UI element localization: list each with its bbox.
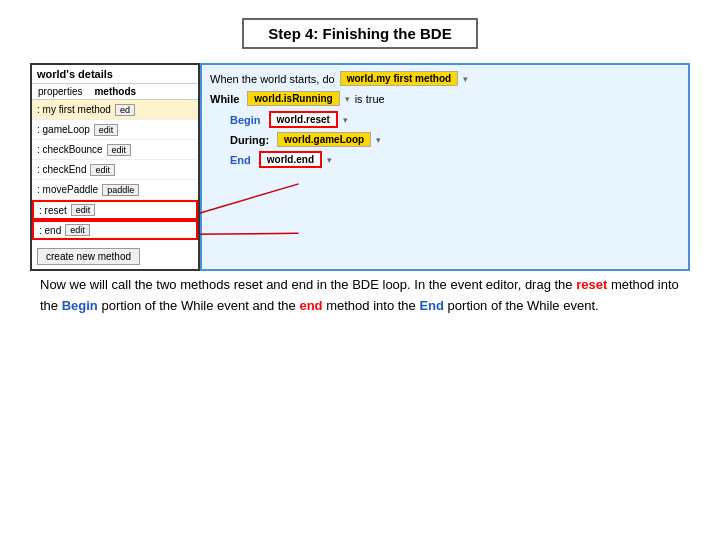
edit-btn-5[interactable]: edit <box>71 204 96 216</box>
edit-btn-0[interactable]: ed <box>115 104 135 116</box>
right-panel: When the world starts, do world.my first… <box>200 63 690 271</box>
when-row: When the world starts, do world.my first… <box>210 71 680 86</box>
desc-line1: Now we will call the two methods reset a… <box>40 277 576 292</box>
create-btn-row: create new method <box>32 242 198 269</box>
tab-properties[interactable]: properties <box>32 84 88 99</box>
create-new-method-button[interactable]: create new method <box>37 248 140 265</box>
while-row: While world.isRunning ▾ is true <box>210 91 680 106</box>
world-gameloop-pill: world.gameLoop <box>277 132 371 147</box>
desc-mid3: method into the <box>323 298 420 313</box>
edit-btn-4[interactable]: paddle <box>102 184 139 196</box>
while-label: While <box>210 93 239 105</box>
is-running-pill: world.isRunning <box>247 91 339 106</box>
panel-title: world's details <box>32 65 198 84</box>
left-panel: world's details properties methods : my … <box>30 63 200 271</box>
when-label: When the world starts, do <box>210 73 335 85</box>
page-container: Step 4: Finishing the BDE world's detail… <box>0 0 720 540</box>
dropdown-arrow-1[interactable]: ▾ <box>463 74 468 84</box>
desc-end2: portion of the While event and the <box>98 298 300 313</box>
edit-btn-6[interactable]: edit <box>65 224 90 236</box>
method-checkbounce: : checkBounce edit <box>32 140 198 160</box>
is-true-label: is true <box>355 93 385 105</box>
world-end-pill: world.end <box>259 151 322 168</box>
method-movepaddle: : movePaddle paddle <box>32 180 198 200</box>
begin-label: Begin <box>230 114 261 126</box>
method-end: : end edit <box>32 220 198 240</box>
during-label: During: <box>230 134 269 146</box>
dropdown-arrow-4[interactable]: ▾ <box>376 135 381 145</box>
desc-end3: portion of the While event. <box>444 298 599 313</box>
edit-btn-3[interactable]: edit <box>90 164 115 176</box>
end-label: End <box>230 154 251 166</box>
panel-tabs: properties methods <box>32 84 198 100</box>
method-gameloop: : gameLoop edit <box>32 120 198 140</box>
description-text: Now we will call the two methods reset a… <box>30 275 690 317</box>
dropdown-arrow-2[interactable]: ▾ <box>345 94 350 104</box>
step-title: Step 4: Finishing the BDE <box>242 18 477 49</box>
dropdown-arrow-5[interactable]: ▾ <box>327 155 332 165</box>
tab-methods[interactable]: methods <box>88 84 142 99</box>
reset-word: reset <box>576 277 607 292</box>
world-first-method-pill: world.my first method <box>340 71 458 86</box>
begin-row: Begin world.reset ▾ <box>230 111 680 128</box>
method-my-first-method: : my first method ed <box>32 100 198 120</box>
end-row: End world.end ▾ <box>230 151 680 168</box>
begin-word: Begin <box>62 298 98 313</box>
during-row: During: world.gameLoop ▾ <box>230 132 680 147</box>
dropdown-arrow-3[interactable]: ▾ <box>343 115 348 125</box>
method-reset: : reset edit <box>32 200 198 220</box>
diagram-wrapper: world's details properties methods : my … <box>30 63 690 271</box>
edit-btn-1[interactable]: edit <box>94 124 119 136</box>
world-reset-pill: world.reset <box>269 111 338 128</box>
method-checkend: : checkEnd edit <box>32 160 198 180</box>
end-word: end <box>299 298 322 313</box>
End-word: End <box>419 298 444 313</box>
edit-btn-2[interactable]: edit <box>107 144 132 156</box>
